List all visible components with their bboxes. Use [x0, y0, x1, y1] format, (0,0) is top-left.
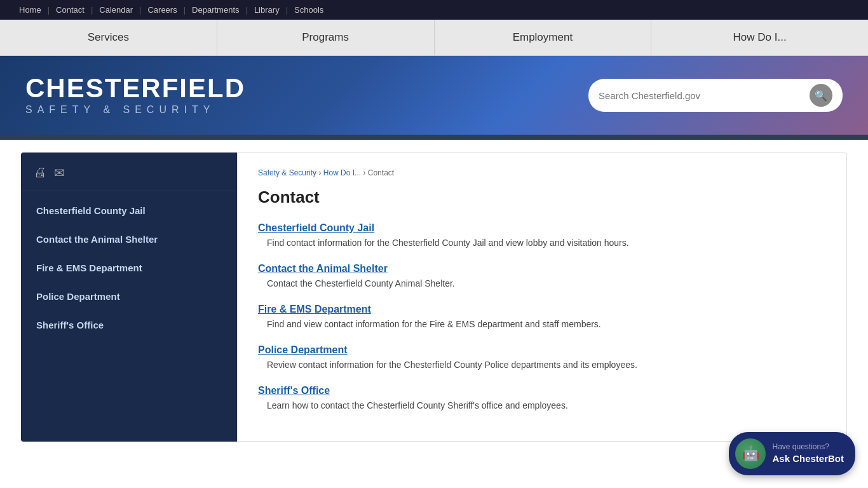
desc-jail: Find contact information for the Chester…	[267, 238, 826, 248]
nav-home[interactable]: Home	[13, 5, 48, 15]
sidebar-item-police[interactable]: Police Department	[21, 282, 237, 311]
nav-how-do-i[interactable]: How Do I...	[651, 20, 868, 55]
nav-services[interactable]: Services	[0, 20, 217, 55]
logo-title: CHESTERFIELD	[25, 75, 245, 102]
nav-contact[interactable]: Contact	[50, 5, 91, 15]
link-fire-ems[interactable]: Fire & EMS Department	[258, 304, 826, 315]
logo-subtitle: SAFETY & SECURITY	[25, 104, 245, 116]
chatbot-widget[interactable]: 🤖 Have questions? Ask ChesterBot	[729, 432, 855, 454]
sidebar-item-jail[interactable]: Chesterfield County Jail	[21, 196, 237, 225]
breadcrumb-link-safety[interactable]: Safety & Security	[258, 168, 316, 177]
nav-library[interactable]: Library	[248, 5, 286, 15]
link-police[interactable]: Police Department	[258, 344, 826, 356]
link-sheriff[interactable]: Sheriff's Office	[258, 385, 826, 396]
email-icon[interactable]: ✉	[54, 165, 65, 180]
logo-area: CHESTERFIELD SAFETY & SECURITY	[25, 75, 245, 116]
section-animal-shelter: Contact the Animal Shelter Contact the C…	[258, 263, 826, 288]
page-title: Contact	[258, 187, 826, 207]
header-banner: CHESTERFIELD SAFETY & SECURITY 🔍	[0, 56, 868, 135]
section-sheriff: Sheriff's Office Learn how to contact th…	[258, 385, 826, 410]
desc-fire-ems: Find and view contact information for th…	[267, 319, 826, 329]
content-panel: Safety & Security › How Do I... › Contac…	[237, 152, 847, 442]
desc-sheriff: Learn how to contact the Chesterfield Co…	[267, 400, 826, 410]
chatbot-text: Have questions? Ask ChesterBot	[772, 442, 844, 454]
breadcrumb-sep2: ›	[363, 168, 367, 177]
sidebar-item-sheriff[interactable]: Sheriff's Office	[21, 311, 237, 339]
breadcrumb-link-howdoi[interactable]: How Do I...	[323, 168, 361, 177]
sidebar-icons: 🖨 ✉	[21, 165, 237, 191]
chatbot-ask-label: Ask ChesterBot	[772, 452, 844, 454]
nav-careers[interactable]: Careers	[141, 5, 183, 15]
section-jail: Chesterfield County Jail Find contact in…	[258, 222, 826, 248]
search-icon: 🔍	[815, 90, 827, 102]
secondary-navigation: Services Programs Employment How Do I...	[0, 20, 868, 56]
nav-schools[interactable]: Schools	[288, 5, 330, 15]
search-button[interactable]: 🔍	[810, 84, 832, 107]
link-animal-shelter[interactable]: Contact the Animal Shelter	[258, 263, 826, 274]
nav-programs[interactable]: Programs	[217, 20, 435, 55]
section-fire-ems: Fire & EMS Department Find and view cont…	[258, 304, 826, 329]
sidebar: 🖨 ✉ Chesterfield County Jail Contact the…	[21, 152, 237, 442]
desc-police: Review contact information for the Chest…	[267, 360, 826, 370]
nav-departments[interactable]: Departments	[186, 5, 245, 15]
link-jail[interactable]: Chesterfield County Jail	[258, 222, 826, 234]
main-content: 🖨 ✉ Chesterfield County Jail Contact the…	[21, 152, 847, 442]
print-icon[interactable]: 🖨	[34, 165, 46, 180]
breadcrumb: Safety & Security › How Do I... › Contac…	[258, 168, 826, 177]
header-divider	[0, 135, 868, 140]
section-police: Police Department Review contact informa…	[258, 344, 826, 370]
breadcrumb-sep1: ›	[318, 168, 323, 177]
sidebar-item-animal-shelter[interactable]: Contact the Animal Shelter	[21, 225, 237, 254]
top-navigation: Home | Contact | Calendar | Careers | De…	[0, 0, 868, 20]
chatbot-avatar: 🤖	[735, 438, 766, 454]
search-bar: 🔍	[588, 79, 843, 112]
sidebar-item-fire-ems[interactable]: Fire & EMS Department	[21, 254, 237, 282]
chatbot-have-questions: Have questions?	[772, 442, 844, 452]
search-input[interactable]	[599, 90, 810, 101]
breadcrumb-current: Contact	[368, 168, 394, 177]
desc-animal-shelter: Contact the Chesterfield County Animal S…	[267, 278, 826, 288]
nav-calendar[interactable]: Calendar	[93, 5, 139, 15]
nav-employment[interactable]: Employment	[435, 20, 652, 55]
